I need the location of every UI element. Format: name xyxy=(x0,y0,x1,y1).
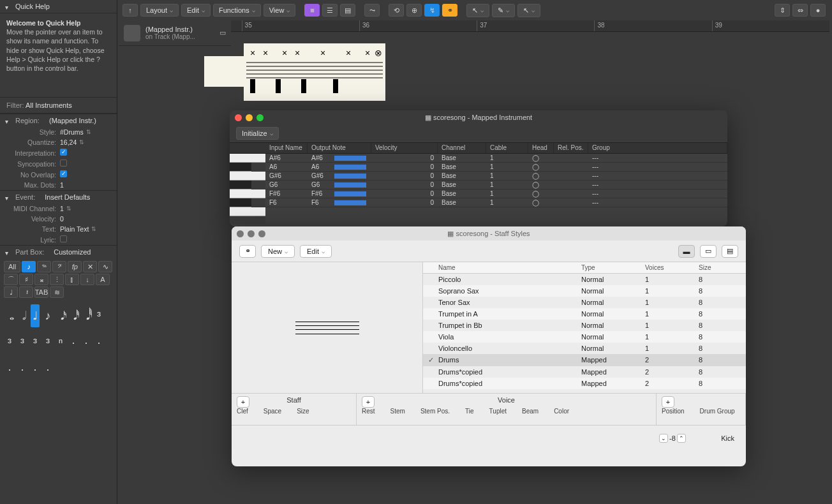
zoom-icon[interactable] xyxy=(256,114,264,121)
note-ntup[interactable]: ⁿ xyxy=(56,331,65,354)
zoom-slider[interactable]: ● xyxy=(810,4,826,17)
pointer-tool[interactable]: ↖ ⌵ xyxy=(466,4,489,17)
close-icon[interactable] xyxy=(235,114,242,121)
zoom-icon[interactable] xyxy=(258,230,265,237)
note-dot-1[interactable]: · xyxy=(69,331,78,354)
staff-styles-list[interactable]: Name Type Voices Size PiccoloNormal18Sop… xyxy=(423,262,746,393)
note-tuplet-1[interactable]: ³ xyxy=(94,304,103,327)
link-icon[interactable]: ⚭ xyxy=(239,245,256,258)
property-row[interactable]: Lyric: xyxy=(0,234,117,245)
partbox-tab-2[interactable]: ∿ xyxy=(98,261,112,272)
note-tuplet-4[interactable]: ³ xyxy=(31,331,40,354)
minimize-icon[interactable] xyxy=(246,114,253,121)
note-tuplet-3[interactable]: ³ xyxy=(18,331,27,354)
edit-menu[interactable]: Edit⌵ xyxy=(181,4,211,17)
alt-tool[interactable]: ↖ ⌵ xyxy=(517,4,540,17)
mapped-note-row[interactable]: A#6A#60Base1◯--- xyxy=(265,154,727,163)
property-row[interactable]: Velocity:0 xyxy=(0,214,117,224)
note-dot-7[interactable]: · xyxy=(43,358,52,381)
staff-style-row[interactable]: ✓DrumsMapped28 xyxy=(423,354,746,366)
track-options-icon[interactable]: ▭ xyxy=(219,29,226,37)
property-row[interactable]: Style:#Drums⇅ xyxy=(0,127,117,137)
functions-menu[interactable]: Functions⌵ xyxy=(213,4,261,17)
staff-style-row[interactable]: Drums*copiedMapped28 xyxy=(423,366,746,378)
note-32[interactable]: 𝅘𝅥𝅰 xyxy=(69,304,78,327)
note-dot-4[interactable]: · xyxy=(5,358,14,381)
note-whole[interactable]: 𝅝 xyxy=(5,304,14,327)
partbox-tab-pedal[interactable]: 𝆮 xyxy=(37,261,51,272)
partbox-tab-11[interactable]: 𝄽 xyxy=(19,286,33,298)
midi-in-icon[interactable]: ⤳ xyxy=(364,4,380,17)
tool-b-icon[interactable]: ⊕ xyxy=(406,4,422,17)
layout-menu[interactable]: Layout⌵ xyxy=(140,4,179,17)
up-arrow-icon[interactable]: ↑ xyxy=(123,4,138,17)
property-row[interactable]: Max. Dots:1 xyxy=(0,180,117,190)
piano-keyboard[interactable] xyxy=(230,154,265,224)
drum-group-value[interactable]: Kick xyxy=(691,434,741,442)
partbox-tab-dynamics[interactable]: fp xyxy=(68,261,82,272)
property-row[interactable]: Text:Plain Text⇅ xyxy=(0,224,117,234)
note-dot-2[interactable]: · xyxy=(82,331,91,354)
add-drumgroup-button[interactable]: + xyxy=(662,396,674,408)
partbox-section-header[interactable]: Part Box: Customized xyxy=(0,245,117,258)
note-half[interactable]: 𝅗𝅥 xyxy=(18,304,27,327)
mapped-note-row[interactable]: G6G60Base1◯--- xyxy=(265,181,727,189)
partbox-all-tab[interactable]: All xyxy=(4,261,20,272)
property-row[interactable]: No Overlap: xyxy=(0,169,117,180)
view-dual-icon[interactable]: ▭ xyxy=(700,245,717,258)
new-button[interactable]: New⌵ xyxy=(261,245,295,258)
staff-style-row[interactable]: Soprano SaxNormal18 xyxy=(423,285,746,297)
note-dot-3[interactable]: · xyxy=(94,331,103,354)
tool-a-icon[interactable]: ⟲ xyxy=(389,4,404,17)
event-section-header[interactable]: Event: Insert Defaults xyxy=(0,190,117,204)
partbox-tab-4[interactable]: ♯ xyxy=(19,274,33,285)
view-menu[interactable]: View⌵ xyxy=(264,4,296,17)
pencil-tool[interactable]: ✎ ⌵ xyxy=(492,4,515,17)
partbox-tab-8[interactable]: ↓ xyxy=(80,274,94,285)
staff-style-row[interactable]: Drums*copiedMapped28 xyxy=(423,378,746,389)
bar-ruler[interactable]: 35 36 37 38 39 xyxy=(231,20,829,32)
view-list-icon[interactable]: ▤ xyxy=(722,245,738,258)
partbox-tab-clef[interactable]: 𝄢 xyxy=(52,261,66,272)
staff-styles-titlebar[interactable]: ▦ scoresong - Staff Styles xyxy=(232,226,746,241)
property-row[interactable]: Syncopation: xyxy=(0,158,117,169)
partbox-tab-notes[interactable]: ♪ xyxy=(22,261,36,272)
staff-style-row[interactable]: VioloncelloNormal18 xyxy=(423,343,746,354)
partbox-tab-1[interactable]: ✕ xyxy=(83,261,97,272)
property-row[interactable]: Quantize:16,24⇅ xyxy=(0,137,117,147)
staff-style-row[interactable]: PiccoloNormal18 xyxy=(423,274,746,285)
mapped-note-row[interactable]: F6F60Base1◯--- xyxy=(265,198,727,207)
view-mode-1-icon[interactable]: ≡ xyxy=(304,4,320,17)
mapped-note-row[interactable]: F#6F#60Base1◯--- xyxy=(265,189,727,198)
region-section-header[interactable]: Region: (Mapped Instr.) xyxy=(0,114,117,127)
note-quarter[interactable]: ♩ xyxy=(31,304,40,327)
note-dot-5[interactable]: · xyxy=(18,358,27,381)
partbox-tab-6[interactable]: ⋮ xyxy=(50,274,64,285)
link-icon[interactable]: ⚭ xyxy=(442,4,457,17)
filter-row[interactable]: Filter: All Instruments xyxy=(0,97,117,114)
view-mode-3-icon[interactable]: ▤ xyxy=(340,4,355,17)
view-mode-2-icon[interactable]: ☰ xyxy=(322,4,338,17)
staff-style-row[interactable]: Trumpet in ANormal18 xyxy=(423,308,746,320)
add-staff-button[interactable]: + xyxy=(237,396,249,408)
partbox-tab-3[interactable]: ⌒ xyxy=(4,274,18,285)
staff-style-row[interactable]: Trumpet in BbNormal18 xyxy=(423,320,746,331)
score-region[interactable]: ××× ××× ×⊗ xyxy=(244,43,385,101)
close-icon[interactable] xyxy=(237,230,244,237)
initialize-button[interactable]: Initialize⌵ xyxy=(236,127,279,140)
mapped-note-row[interactable]: G#6G#60Base1◯--- xyxy=(265,172,727,181)
mapped-note-row[interactable]: A6A60Base1◯--- xyxy=(265,163,727,172)
note-dot-6[interactable]: · xyxy=(31,358,40,381)
mapped-instrument-titlebar[interactable]: ▦ scoresong - Mapped Instrument xyxy=(230,110,727,124)
note-sixteenth[interactable]: 𝅘𝅥𝅯 xyxy=(56,304,65,327)
partbox-tab-10[interactable]: ♩ xyxy=(4,286,18,298)
partbox-tab-7[interactable]: ⫿ xyxy=(65,274,79,285)
track-header[interactable]: (Mapped Instr.) on Track (Mapp... ▭ xyxy=(119,20,231,46)
property-row[interactable]: MIDI Channel:1⇅ xyxy=(0,204,117,214)
vertical-zoom-icon[interactable]: ⇕ xyxy=(775,4,790,17)
quick-help-header[interactable]: Quick Help xyxy=(0,0,117,13)
staff-style-row[interactable]: Tenor SaxNormal18 xyxy=(423,297,746,308)
horizontal-zoom-icon[interactable]: ⇔ xyxy=(792,4,808,17)
partbox-tab-13[interactable]: ≋ xyxy=(50,286,64,298)
staff-style-row[interactable]: ViolaNormal18 xyxy=(423,331,746,343)
